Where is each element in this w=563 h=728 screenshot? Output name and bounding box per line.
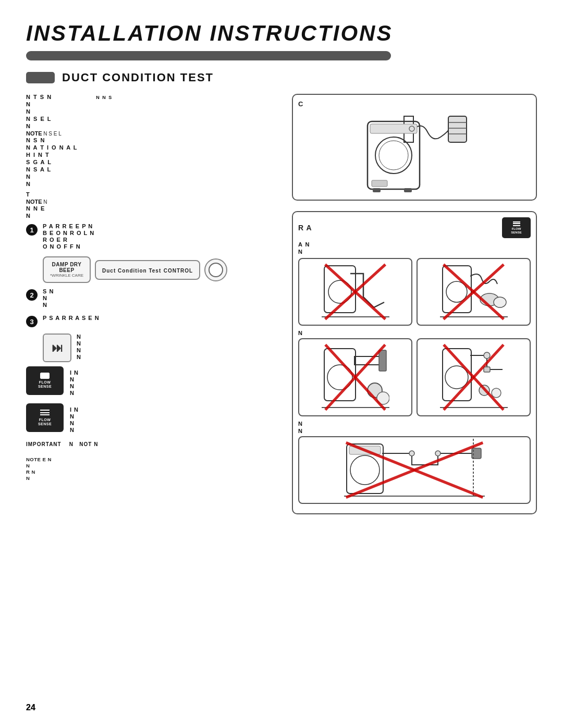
damp-dry-label: DAMP DRY — [50, 262, 83, 267]
temp-label: Duct Condition Test — [102, 268, 161, 274]
svg-point-21 — [494, 297, 506, 307]
diagram-row-1 — [298, 258, 531, 326]
wrong-svg-4 — [440, 341, 508, 414]
wrong-diagram-2 — [417, 258, 531, 326]
ra-title: R A — [298, 224, 312, 232]
fs1-line1: I N — [70, 369, 79, 376]
section-bar — [26, 72, 55, 83]
step-3-sub2: N — [77, 340, 276, 347]
control-label: CONTROL — [164, 268, 193, 274]
pause-icon: ⏭ — [52, 341, 63, 355]
flow-sense-label-2: FLOWSENSE — [38, 418, 52, 427]
damp-dry-beep-button[interactable]: DAMP DRY BEEP *WRINKLE CARE — [43, 256, 91, 283]
page-container: Installation Instructions Duct Condition… — [0, 0, 563, 728]
svg-rect-28 — [379, 350, 386, 371]
ra-header: R A FLOWSENSE — [298, 217, 531, 238]
step-1-line-1: P A R R E E P N — [43, 223, 276, 229]
flow-sense-small-icon: FLOWSENSE — [502, 217, 531, 238]
wrong-svg-3 — [322, 341, 389, 414]
fs2-line4: N — [70, 427, 79, 433]
step-2-line-2: N — [43, 295, 276, 301]
svg-point-44 — [350, 455, 380, 485]
svg-rect-25 — [324, 349, 356, 401]
step-2-line-1: S N — [43, 288, 276, 294]
between-rows-label: N — [298, 330, 531, 336]
step-3-sub4: N — [77, 354, 276, 360]
flow-sense-block: FLOWSENSE I N N N N — [26, 366, 276, 436]
ra-n-label: N — [298, 249, 531, 255]
wrong-diagram-4 — [417, 338, 531, 416]
flow-sense-icon-1 — [40, 373, 50, 379]
wrong-svg-5 — [344, 439, 485, 501]
t-sub1: N N E — [26, 205, 276, 212]
fs2-line2: N — [70, 413, 79, 419]
note-n-line: N — [26, 463, 276, 468]
svg-point-47 — [435, 451, 440, 456]
flow-sense-button-2[interactable]: FLOWSENSE — [26, 403, 64, 432]
intro-line-11: N — [26, 174, 276, 180]
svg-rect-34 — [443, 349, 471, 401]
intro-line-7: N A T I O N A L — [26, 144, 276, 151]
note-ee-label: NOTE E N — [26, 456, 276, 462]
step-2-line-3: N — [43, 302, 276, 308]
svg-point-14 — [328, 280, 351, 303]
intro-note: NOTE N S E L — [26, 130, 276, 137]
svg-rect-9 — [404, 188, 412, 192]
flow-sense-1-texts: I N N N N — [70, 369, 79, 397]
flow-sense-2-texts: I N N N N — [70, 406, 79, 434]
svg-rect-12 — [372, 180, 387, 187]
svg-point-26 — [327, 365, 352, 390]
intro-line-2: N — [26, 101, 276, 107]
svg-rect-27 — [354, 356, 381, 365]
step-3-row: ⏭ N N N N — [43, 334, 276, 362]
right-column: C — [292, 94, 537, 522]
note-rn-line: R N — [26, 469, 276, 475]
buttons-row: DAMP DRY BEEP *WRINKLE CARE Duct Conditi… — [43, 256, 276, 283]
temp-control-button[interactable]: Duct Condition Test CONTROL — [95, 260, 200, 280]
svg-rect-4 — [448, 116, 467, 142]
svg-point-2 — [379, 141, 408, 170]
intro-line-5: N — [26, 123, 276, 129]
step-1-line-3: R O E R — [43, 237, 276, 243]
svg-point-39 — [492, 388, 501, 398]
t-sub2: N — [26, 213, 276, 219]
left-column: N T S N N N S N N N S E L N NOTE N S E L… — [26, 94, 276, 522]
flow-sense-row-2: FLOWSENSE I N N N N — [26, 403, 276, 436]
t-note: NOTE N — [26, 199, 276, 205]
ra-an-label-block: A N N — [298, 241, 531, 255]
step-1-content: P A R R E E P N B E O N R O L N R O E R … — [43, 223, 276, 250]
flow-sense-button-1[interactable]: FLOWSENSE — [26, 366, 64, 395]
fs1-line4: N — [70, 390, 79, 396]
fs2-line3: N — [70, 420, 79, 426]
below-row2-labels: N N — [298, 421, 531, 434]
wrong-svg-2 — [440, 261, 508, 323]
page-title: Installation Instructions — [26, 21, 537, 46]
step-2-block: 2 S N N N — [26, 288, 276, 309]
wrinkle-care-label: *WRINKLE CARE — [50, 273, 83, 278]
flow-sense-row-1: FLOWSENSE I N N N N — [26, 366, 276, 399]
intro-line-1: N T S N N N S — [26, 94, 276, 100]
svg-rect-37 — [484, 367, 490, 372]
top-diagram-box: C — [292, 94, 537, 201]
t-label: T — [26, 191, 276, 198]
power-button[interactable] — [204, 258, 227, 281]
step-1-line-4: O N O F F N — [43, 243, 276, 250]
step-3-sub1: N — [77, 334, 276, 340]
important-block: IMPORTANT N NOT N NOTE E N N R N N — [26, 441, 276, 481]
wrong-svg-1 — [322, 261, 389, 323]
page-number-display: 24 — [26, 703, 35, 712]
step-3-content: P S A R R A S E N — [43, 315, 276, 322]
svg-rect-45 — [349, 446, 381, 454]
beep-label: BEEP — [50, 267, 83, 273]
svg-point-19 — [446, 281, 467, 302]
flow-sense-label-1: FLOWSENSE — [38, 380, 52, 389]
intro-line-10: N S A L — [26, 166, 276, 172]
pause-button[interactable]: ⏭ — [43, 334, 71, 362]
ra-an-label: A N — [298, 241, 531, 248]
svg-point-36 — [484, 352, 490, 359]
top-diagram-header: C — [298, 100, 531, 108]
step-3-label: P S A R R A S E N — [43, 315, 276, 321]
intro-line-9: S G A L — [26, 159, 276, 165]
wrong-diagram-3 — [298, 338, 412, 416]
wrong-diagram-1 — [298, 258, 412, 326]
